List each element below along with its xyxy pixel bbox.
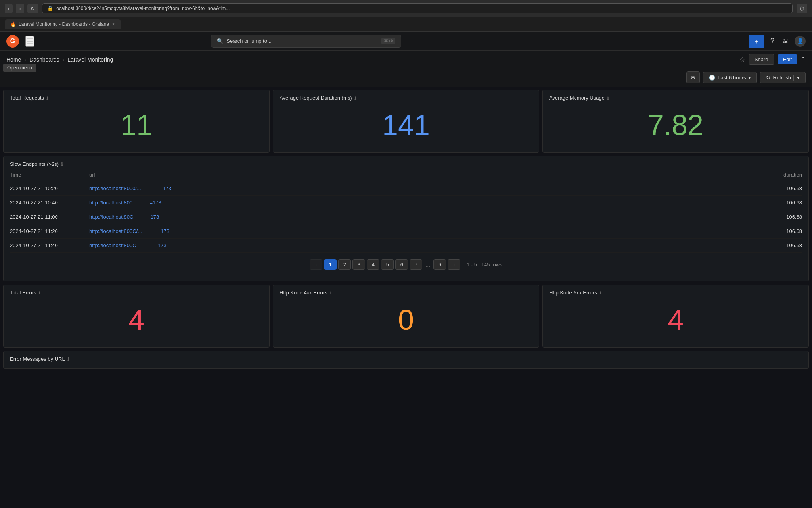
avg-duration-info-icon[interactable]: ℹ [354,95,356,101]
http5xx-value: 4 [549,297,802,343]
bookmark-button[interactable]: ⬡ [797,4,807,13]
http5xx-title: Http Kode 5xx Errors ℹ [549,290,802,296]
row-3-time: 2024-10-27 21:11:00 [10,214,89,220]
address-text: localhost:3000/d/ce24n5moqvta8b/laravel-… [56,6,230,11]
refresh-browser-button[interactable]: ↻ [27,4,38,13]
clock-icon: 🕐 [709,75,715,81]
notifications-button[interactable]: ≋ [781,35,790,47]
row-1-time: 2024-10-27 21:10:20 [10,185,89,191]
avg-memory-value: 7.82 [549,102,802,148]
browser-chrome: ‹ › ↻ 🔒 localhost:3000/d/ce24n5moqvta8b/… [0,0,812,17]
table-row: 2024-10-27 21:11:00 http://localhost:80C… [10,210,802,224]
prev-page-button[interactable]: ‹ [310,259,322,270]
time-range-button[interactable]: 🕐 Last 6 hours ▾ [703,72,757,83]
dashboard-content: Total Requests ℹ 11 Average Request Dura… [0,87,812,372]
table-row: 2024-10-27 21:11:20 http://localhost:800… [10,224,802,239]
open-menu-tooltip: Open menu [3,64,36,72]
user-avatar[interactable]: 👤 [795,36,806,47]
table-row: 2024-10-27 21:10:40 http://localhost:800… [10,196,802,210]
tab-favicon: 🔥 [10,21,16,27]
page-4-button[interactable]: 4 [367,259,379,270]
col-header-duration: duration [755,172,802,178]
table-row: 2024-10-27 21:11:40 http://localhost:800… [10,239,802,253]
avg-memory-info-icon[interactable]: ℹ [607,95,609,101]
header-actions: ＋ ? ≋ 👤 [749,35,806,48]
next-page-button[interactable]: › [448,259,460,270]
error-messages-title: Error Messages by URL ℹ [10,356,802,362]
page-3-button[interactable]: 3 [352,259,365,270]
table-header: Time url duration [10,169,802,181]
global-search[interactable]: 🔍 Search or jump to... ⌘+k [211,35,401,48]
forward-button[interactable]: › [16,4,24,13]
total-errors-value: 4 [10,297,263,343]
add-panel-button[interactable]: ＋ [749,35,764,48]
collapse-button[interactable]: ⌃ [801,56,806,63]
total-requests-info-icon[interactable]: ℹ [46,95,48,101]
avg-duration-title: Average Request Duration (ms) ℹ [280,95,532,101]
breadcrumb-dashboards[interactable]: Dashboards [29,56,59,63]
total-requests-value: 11 [10,102,263,148]
time-controls: ⊖ 🕐 Last 6 hours ▾ ↻ Refresh ▾ [0,68,812,87]
http4xx-value: 0 [280,297,532,343]
share-button[interactable]: Share [749,54,774,65]
page-1-button[interactable]: 1 [324,259,337,270]
row-5-url: http://localhost:800C _=173 [89,242,755,248]
avg-memory-title: Average Memory Usage ℹ [549,95,802,101]
total-errors-panel: Total Errors ℹ 4 [3,285,270,348]
edit-button[interactable]: Edit [778,54,797,64]
stat-panels-row: Total Requests ℹ 11 Average Request Dura… [3,90,809,153]
refresh-icon: ↻ [766,75,770,81]
total-requests-title: Total Requests ℹ [10,95,263,101]
http4xx-info-icon[interactable]: ℹ [330,290,332,296]
row-3-url: http://localhost:80C 173 [89,214,755,220]
breadcrumb-home[interactable]: Home [6,56,21,63]
time-range-chevron: ▾ [748,75,751,81]
breadcrumb-sep-1: › [24,56,26,63]
col-header-url: url [89,172,755,178]
row-2-url: http://localhost:800 =173 [89,200,755,206]
search-icon: 🔍 [217,38,223,44]
row-4-time: 2024-10-27 21:11:20 [10,228,89,234]
error-messages-panel: Error Messages by URL ℹ [3,351,809,369]
breadcrumb-bar: Home › Dashboards › Laravel Monitoring ☆… [0,51,812,68]
back-button[interactable]: ‹ [5,4,13,13]
row-2-duration: 106.68 [755,200,802,206]
slow-endpoints-info-icon[interactable]: ℹ [61,161,63,167]
tab-close-button[interactable]: ✕ [111,21,115,27]
page-dots: ... [424,262,432,268]
row-5-duration: 106.68 [755,242,802,248]
page-5-button[interactable]: 5 [381,259,394,270]
http5xx-info-icon[interactable]: ℹ [599,290,601,296]
address-bar[interactable]: 🔒 localhost:3000/d/ce24n5moqvta8b/larave… [42,3,793,13]
table-row: 2024-10-27 21:10:20 http://localhost:800… [10,181,802,196]
zoom-out-button[interactable]: ⊖ [686,71,700,83]
total-errors-title: Total Errors ℹ [10,290,263,296]
refresh-button[interactable]: ↻ Refresh ▾ [760,72,806,83]
http4xx-panel: Http Kode 4xx Errors ℹ 0 [273,285,539,348]
row-4-url: http://localhost:800C/... _=173 [89,228,755,234]
total-requests-panel: Total Requests ℹ 11 [3,90,270,153]
slow-endpoints-panel: Slow Endpoints (>2s) ℹ Time url duration… [3,156,809,281]
help-button[interactable]: ? [769,35,776,47]
pagination-summary: 1 - 5 of 45 rows [467,262,502,267]
hamburger-menu[interactable]: ☰ [25,36,34,47]
page-7-button[interactable]: 7 [410,259,422,270]
breadcrumb-sep-2: › [63,56,65,63]
star-dashboard-button[interactable]: ☆ [739,55,745,64]
row-5-time: 2024-10-27 21:11:40 [10,242,89,248]
avg-duration-panel: Average Request Duration (ms) ℹ 141 [273,90,539,153]
active-tab[interactable]: 🔥 Laravel Monitoring - Dashboards - Graf… [5,19,121,29]
row-3-duration: 106.68 [755,214,802,220]
refresh-dropdown-button[interactable]: ▾ [793,75,800,81]
time-range-label: Last 6 hours [718,75,746,81]
avg-duration-value: 141 [280,102,532,148]
tab-bar: 🔥 Laravel Monitoring - Dashboards - Graf… [0,17,812,32]
row-1-url: http://localhost:8000/... _=173 [89,185,755,191]
breadcrumb-actions: ☆ Share Edit ⌃ [739,54,806,65]
page-9-button[interactable]: 9 [433,259,446,270]
page-2-button[interactable]: 2 [338,259,351,270]
error-messages-info-icon[interactable]: ℹ [67,356,69,362]
page-6-button[interactable]: 6 [395,259,408,270]
total-errors-info-icon[interactable]: ℹ [38,290,40,296]
row-2-time: 2024-10-27 21:10:40 [10,200,89,206]
